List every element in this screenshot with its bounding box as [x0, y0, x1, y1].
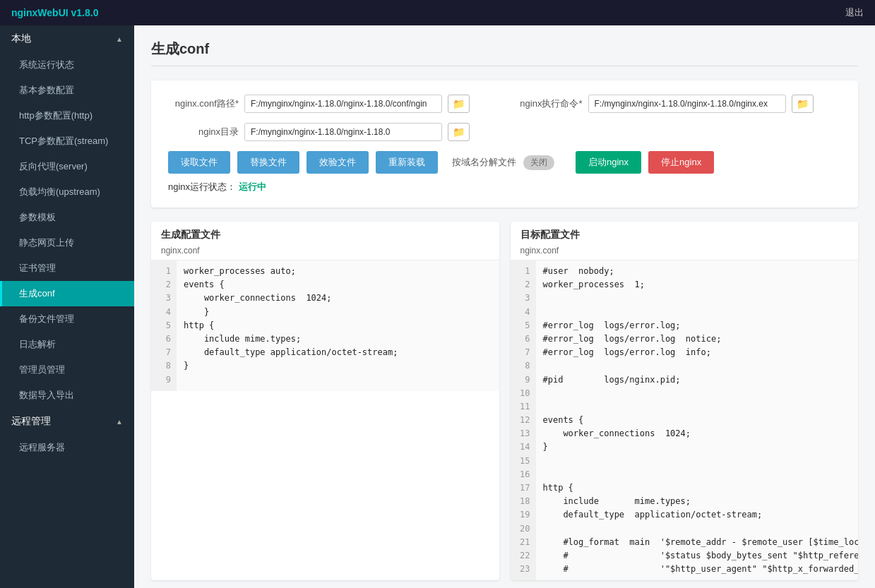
right-code-content[interactable]: #user nobody; worker_processes 1; #error…	[536, 260, 859, 580]
sidebar-item-gen-conf[interactable]: 生成conf	[0, 281, 134, 306]
replace-file-button[interactable]: 替换文件	[237, 151, 299, 174]
right-line-numbers: 1234567891011121314151617181920212223	[511, 260, 536, 580]
logout-button[interactable]: 退出	[845, 6, 864, 19]
nginx-dir-input[interactable]	[244, 123, 442, 141]
sidebar-item-log-parse[interactable]: 日志解析	[0, 332, 134, 357]
status-value: 运行中	[239, 181, 266, 192]
sidebar-item-data-export[interactable]: 数据导入导出	[0, 383, 134, 408]
app-title: nginxWebUI v1.8.0	[11, 7, 98, 18]
sidebar-item-reverse-proxy[interactable]: 反向代理(server)	[0, 154, 134, 179]
sidebar-item-http-params[interactable]: http参数配置(http)	[0, 103, 134, 128]
nginx-conf-browse-button[interactable]: 📁	[448, 95, 470, 113]
nginx-exec-label: nginx执行命令*	[512, 97, 583, 110]
nginx-exec-input[interactable]	[588, 95, 786, 113]
sidebar-item-system-status[interactable]: 系统运行状态	[0, 52, 134, 78]
form-row-1: nginx.conf路径* 📁 nginx执行命令* 📁	[168, 95, 841, 113]
local-section-arrow: ▲	[116, 35, 123, 43]
verify-file-button[interactable]: 效验文件	[306, 151, 369, 174]
status-label: nginx运行状态：	[168, 181, 236, 192]
left-line-numbers: 123456789	[151, 260, 177, 391]
left-panel-filename: nginx.conf	[151, 246, 499, 260]
local-section-header[interactable]: 本地 ▲	[0, 25, 134, 52]
nginx-conf-input[interactable]	[244, 95, 442, 113]
left-code-panel: 生成配置文件 nginx.conf 123456789 worker_proce…	[151, 222, 499, 580]
remote-section-header[interactable]: 远程管理 ▲	[0, 408, 134, 435]
stop-nginx-button[interactable]: 停止nginx	[648, 151, 714, 174]
right-code-panel: 目标配置文件 nginx.conf 1234567891011121314151…	[511, 222, 859, 580]
left-panel-title: 生成配置文件	[151, 222, 499, 246]
toggle-off-badge[interactable]: 关闭	[523, 155, 554, 170]
sidebar-item-backup-manage[interactable]: 备份文件管理	[0, 306, 134, 332]
sidebar-item-static-upload[interactable]: 静态网页上传	[0, 230, 134, 256]
sidebar-item-remote-server[interactable]: 远程服务器	[0, 435, 134, 460]
page-title: 生成conf	[151, 40, 858, 66]
start-nginx-button[interactable]: 启动nginx	[576, 151, 641, 174]
sidebar-item-cert-manage[interactable]: 证书管理	[0, 256, 134, 281]
sidebar-item-admin-manage[interactable]: 管理员管理	[0, 357, 134, 383]
nginx-exec-field: nginx执行命令* 📁	[512, 95, 842, 113]
nginx-dir-field: nginx目录 📁	[168, 123, 841, 141]
remote-section-label: 远程管理	[11, 415, 51, 428]
right-panel-title: 目标配置文件	[511, 222, 859, 246]
nginx-dir-browse-button[interactable]: 📁	[448, 123, 470, 141]
main-content: 生成conf nginx.conf路径* 📁 nginx执行命令* 📁	[134, 25, 875, 588]
right-code-area[interactable]: 1234567891011121314151617181920212223 #u…	[511, 260, 859, 580]
left-code-content[interactable]: worker_processes auto; events { worker_c…	[177, 260, 499, 391]
form-section: nginx.conf路径* 📁 nginx执行命令* 📁 nginx目录 📁	[151, 80, 858, 208]
button-row: 读取文件 替换文件 效验文件 重新装载 按域名分解文件 关闭 启动nginx 停…	[168, 151, 841, 174]
domain-label: 按域名分解文件	[452, 156, 516, 169]
sidebar-item-basic-params[interactable]: 基本参数配置	[0, 78, 134, 103]
toggle-container: 关闭	[523, 155, 554, 170]
remote-section-arrow: ▲	[116, 418, 123, 426]
code-panels: 生成配置文件 nginx.conf 123456789 worker_proce…	[151, 222, 858, 580]
reload-button[interactable]: 重新装载	[376, 151, 438, 174]
left-code-area[interactable]: 123456789 worker_processes auto; events …	[151, 260, 499, 391]
read-file-button[interactable]: 读取文件	[168, 151, 230, 174]
local-section-label: 本地	[11, 32, 31, 45]
nginx-exec-browse-button[interactable]: 📁	[792, 95, 814, 113]
sidebar-item-load-balance[interactable]: 负载均衡(upstream)	[0, 179, 134, 205]
nginx-conf-label: nginx.conf路径*	[168, 97, 239, 110]
nginx-dir-label: nginx目录	[168, 126, 239, 138]
sidebar: 本地 ▲ 系统运行状态 基本参数配置 http参数配置(http) TCP参数配…	[0, 25, 134, 588]
form-row-2: nginx目录 📁	[168, 123, 841, 141]
header: nginxWebUI v1.8.0 退出	[0, 0, 875, 25]
right-panel-filename: nginx.conf	[511, 246, 859, 260]
status-row: nginx运行状态： 运行中	[168, 181, 841, 193]
nginx-conf-field: nginx.conf路径* 📁	[168, 95, 498, 113]
sidebar-item-tcp-params[interactable]: TCP参数配置(stream)	[0, 128, 134, 154]
sidebar-item-param-template[interactable]: 参数模板	[0, 205, 134, 230]
layout: 本地 ▲ 系统运行状态 基本参数配置 http参数配置(http) TCP参数配…	[0, 25, 875, 588]
